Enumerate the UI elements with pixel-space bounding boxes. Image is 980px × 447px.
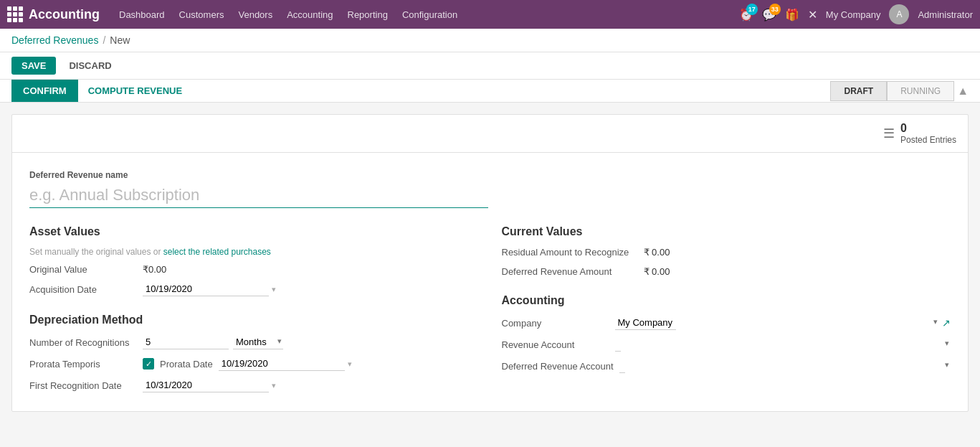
num-recognitions-input[interactable]	[143, 335, 229, 349]
form-body: Deferred Revenue name Asset Values Set m…	[12, 153, 968, 411]
subtitle-plain: Set manually the original values or	[29, 247, 163, 257]
residual-amount-label: Residual Amount to Recognize	[502, 247, 638, 258]
clock-badge: 17	[746, 4, 758, 15]
right-column: Current Values Residual Amount to Recogn…	[502, 225, 951, 400]
first-recognition-label: First Recognition Date	[29, 380, 137, 391]
first-recognition-row: First Recognition Date ▾	[29, 378, 479, 392]
posted-entries-text: 0 Posted Entries	[900, 122, 956, 145]
asset-values-subtitle: Set manually the original values or sele…	[29, 247, 479, 257]
company-label[interactable]: My Company	[826, 9, 881, 20]
deferred-amount-label: Deferred Revenue Amount	[502, 266, 638, 277]
residual-amount-row: Residual Amount to Recognize ₹ 0.00	[502, 247, 951, 258]
main-content: ☰ 0 Posted Entries Deferred Revenue name…	[0, 103, 980, 423]
deferred-revenue-account-select-wrapper	[619, 359, 951, 373]
confirm-button[interactable]: CONFIRM	[11, 80, 78, 102]
months-select-wrapper: Months Years	[233, 335, 283, 349]
nav-accounting[interactable]: Accounting	[287, 9, 333, 20]
grid-icon[interactable]	[7, 6, 23, 22]
company-value-wrapper: My Company ↗	[615, 316, 951, 330]
deferred-amount-value: ₹ 0.00	[644, 266, 670, 277]
prorata-label: Prorata Temporis	[29, 359, 137, 370]
breadcrumb: Deferred Revenues / New	[0, 29, 980, 52]
topnav-links: Dashboard Customers Vendors Accounting R…	[119, 9, 728, 20]
name-input[interactable]	[29, 183, 488, 208]
acquisition-date-wrapper: ▾	[143, 282, 479, 296]
original-value[interactable]: ₹0.00	[143, 264, 479, 275]
app-logo[interactable]: Accounting	[7, 6, 108, 22]
deferred-revenue-account-label: Deferred Revenue Account	[502, 361, 614, 372]
first-recognition-arrow: ▾	[272, 381, 276, 390]
user-label[interactable]: Administrator	[918, 9, 973, 20]
current-values-section: Current Values Residual Amount to Recogn…	[502, 225, 951, 277]
deferred-amount-row: Deferred Revenue Amount ₹ 0.00	[502, 266, 951, 277]
discard-button[interactable]: DISCARD	[62, 57, 118, 75]
clock-icon-badge[interactable]: ⏰ 17	[739, 8, 753, 22]
accounting-section: Accounting Company My Company ↗	[502, 294, 951, 373]
depreciation-method-section: Depreciation Method Number of Recognitio…	[29, 314, 479, 392]
form-card-header: ☰ 0 Posted Entries	[12, 115, 968, 153]
app-name: Accounting	[29, 7, 100, 22]
prorata-date-label: Prorata Date	[160, 359, 213, 370]
acquisition-date-arrow: ▾	[272, 285, 276, 294]
company-select-wrapper: My Company	[615, 316, 940, 330]
revenue-account-select[interactable]	[615, 337, 621, 352]
first-recognition-input[interactable]	[143, 378, 269, 392]
scroll-up-icon[interactable]: ▲	[957, 85, 969, 98]
company-ext-link-icon[interactable]: ↗	[942, 317, 951, 329]
state-draft[interactable]: DRAFT	[830, 81, 887, 101]
prorata-date-input[interactable]	[219, 357, 345, 371]
list-icon: ☰	[883, 126, 895, 141]
company-select[interactable]: My Company	[615, 316, 676, 330]
original-value-label: Original Value	[29, 264, 137, 275]
name-field-label: Deferred Revenue name	[29, 170, 951, 180]
asset-values-title: Asset Values	[29, 225, 479, 238]
form-card: ☰ 0 Posted Entries Deferred Revenue name…	[11, 114, 969, 412]
revenue-account-select-wrapper	[615, 337, 951, 352]
subtitle-link[interactable]: select the related purchases	[163, 247, 271, 257]
deferred-revenue-account-row: Deferred Revenue Account	[502, 359, 951, 373]
revenue-account-wrapper	[615, 337, 951, 352]
prorata-checkbox[interactable]	[143, 358, 154, 370]
acquisition-date-input[interactable]	[143, 282, 269, 296]
asset-values-section: Asset Values Set manually the original v…	[29, 225, 479, 296]
revenue-account-row: Revenue Account	[502, 337, 951, 352]
num-recognitions-controls: Months Years	[143, 335, 283, 349]
nav-configuration[interactable]: Configuration	[402, 9, 457, 20]
nav-vendors[interactable]: Vendors	[238, 9, 272, 20]
gift-icon[interactable]: 🎁	[785, 8, 799, 22]
breadcrumb-parent[interactable]: Deferred Revenues	[11, 34, 98, 46]
original-value-row: Original Value ₹0.00	[29, 264, 479, 275]
status-states: DRAFT RUNNING ▲	[830, 81, 969, 101]
acquisition-date-row: Acquisition Date ▾	[29, 282, 479, 296]
num-recognitions-row: Number of Recognitions Months Years	[29, 335, 479, 349]
breadcrumb-current: New	[110, 34, 130, 46]
save-button[interactable]: SAVE	[11, 57, 56, 75]
topnav-right: ⏰ 17 💬 33 🎁 ✕ My Company A Administrator	[739, 4, 973, 24]
two-col-layout: Asset Values Set manually the original v…	[29, 225, 951, 400]
close-icon[interactable]: ✕	[808, 8, 817, 22]
months-select[interactable]: Months Years	[233, 335, 283, 349]
prorata-row: Prorata Temporis Prorata Date ▾	[29, 357, 479, 371]
company-label: Company	[502, 318, 609, 329]
left-column: Asset Values Set manually the original v…	[29, 225, 479, 400]
posted-entries[interactable]: ☰ 0 Posted Entries	[883, 122, 956, 145]
compute-revenue-button[interactable]: COMPUTE REVENUE	[78, 80, 192, 102]
avatar[interactable]: A	[889, 4, 909, 24]
status-bar: CONFIRM COMPUTE REVENUE DRAFT RUNNING ▲	[0, 80, 980, 103]
current-values-title: Current Values	[502, 225, 951, 238]
posted-entries-count: 0	[900, 122, 907, 135]
nav-reporting[interactable]: Reporting	[348, 9, 388, 20]
revenue-account-label: Revenue Account	[502, 339, 609, 350]
num-recognitions-label: Number of Recognitions	[29, 337, 137, 348]
first-recognition-wrapper: ▾	[143, 378, 276, 392]
chat-icon-badge[interactable]: 💬 33	[762, 8, 776, 22]
nav-dashboard[interactable]: Dashboard	[119, 9, 165, 20]
prorata-checkbox-row: Prorata Date ▾	[143, 357, 352, 371]
deferred-revenue-account-select[interactable]	[619, 359, 625, 373]
nav-customers[interactable]: Customers	[179, 9, 224, 20]
state-running[interactable]: RUNNING	[887, 81, 954, 101]
breadcrumb-separator: /	[103, 34, 105, 46]
deferred-revenue-account-wrapper	[619, 359, 951, 373]
action-bar: SAVE DISCARD	[0, 52, 980, 80]
residual-amount-value: ₹ 0.00	[644, 247, 670, 258]
